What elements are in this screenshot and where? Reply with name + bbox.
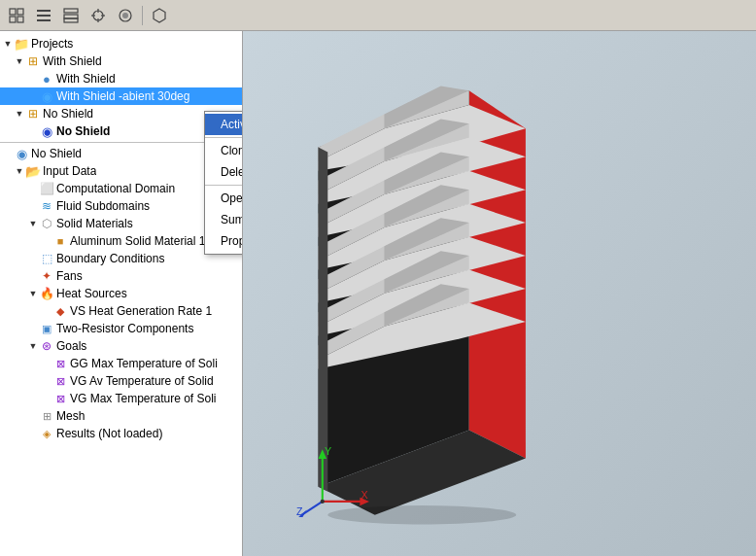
right-panel: Y X Z xyxy=(243,31,756,556)
label-with-shield-abient: With Shield -abient 30deg xyxy=(56,89,189,103)
label-two-resistor: Two-Resistor Components xyxy=(56,322,193,335)
svg-rect-4 xyxy=(37,10,51,12)
label-vg-max: VG Max Temperature of Soli xyxy=(70,392,217,405)
menu-item-delete[interactable]: Delete... xyxy=(205,161,243,183)
menu-item-activate[interactable]: Activate xyxy=(205,114,243,135)
tree-item-mesh[interactable]: ⊞ Mesh xyxy=(0,407,242,425)
toolbar-btn-grid[interactable] xyxy=(4,3,29,28)
label-no-shield: No Shield xyxy=(43,107,93,121)
expand-comp-domain[interactable] xyxy=(27,183,39,194)
label-goals: Goals xyxy=(56,339,86,353)
menu-item-properties[interactable]: Properties... xyxy=(205,230,243,252)
tree-item-results[interactable]: ◈ Results (Not loaded) xyxy=(0,425,242,442)
expand-fluid-sub[interactable] xyxy=(27,200,39,212)
expand-ns2[interactable] xyxy=(2,148,14,159)
tree-item-with-shield[interactable]: ▼ ⊞ With Shield xyxy=(0,52,242,70)
expand-fans[interactable] xyxy=(27,270,39,282)
icon-with-shield-abient: ◉ xyxy=(39,88,54,104)
toolbar-btn-list[interactable] xyxy=(31,3,56,28)
expand-results[interactable] xyxy=(27,428,39,439)
icon-mesh: ⊞ xyxy=(39,408,54,424)
expand-ns-bold[interactable] xyxy=(27,125,39,137)
expand-solid-mat[interactable]: ▼ xyxy=(27,218,39,229)
icon-input-data: 📂 xyxy=(25,163,41,179)
expand-input-data[interactable]: ▼ xyxy=(14,165,25,177)
expand-vs-heat[interactable] xyxy=(41,305,52,317)
expand-ws-sub[interactable] xyxy=(27,73,39,85)
icon-comp-domain: ⬜ xyxy=(39,181,54,196)
expand-vg-max[interactable] xyxy=(41,393,52,404)
icon-with-shield-sub: ● xyxy=(39,71,54,87)
icon-two-resistor: ▣ xyxy=(39,321,54,336)
viewport: Y X Z xyxy=(243,31,756,556)
menu-item-clone[interactable]: Clone... xyxy=(205,140,243,161)
expand-mesh[interactable] xyxy=(27,410,39,422)
label-comp-domain: Computational Domain xyxy=(56,182,175,195)
expand-vg-av[interactable] xyxy=(41,375,52,387)
tree-item-with-shield-sub[interactable]: ● With Shield xyxy=(0,70,242,87)
expand-boundary[interactable] xyxy=(27,253,39,264)
svg-rect-3 xyxy=(17,17,23,22)
svg-rect-9 xyxy=(64,18,78,22)
expand-goals[interactable]: ▼ xyxy=(27,340,39,352)
label-no-shield-bold: No Shield xyxy=(56,124,110,138)
expand-alum-mat[interactable] xyxy=(41,235,52,247)
label-fluid-sub: Fluid Subdomains xyxy=(56,199,150,213)
toolbar-btn-circle[interactable] xyxy=(113,3,138,28)
expand-no-shield[interactable]: ▼ xyxy=(14,108,25,120)
icon-solid-mat: ⬡ xyxy=(39,216,54,231)
expand-projects[interactable]: ▼ xyxy=(2,38,14,50)
tree-item-goals[interactable]: ▼ ⊛ Goals xyxy=(0,337,242,355)
icon-alum-mat: ■ xyxy=(52,233,68,249)
toolbar-btn-tree[interactable] xyxy=(58,3,84,28)
main-area: ▼ 📁 Projects ▼ ⊞ With Shield ● With Shie… xyxy=(0,31,756,556)
menu-item-open-dir[interactable]: Open Project Directory xyxy=(205,188,243,209)
tree-item-vs-heat[interactable]: ◆ VS Heat Generation Rate 1 xyxy=(0,302,242,320)
toolbar-btn-hex[interactable] xyxy=(147,3,172,28)
menu-item-summary[interactable]: Summary... xyxy=(205,209,243,230)
svg-rect-8 xyxy=(64,15,78,18)
expand-gg-max[interactable] xyxy=(41,358,52,369)
label-gg-max: GG Max Temperature of Soli xyxy=(70,357,218,370)
label-with-shield: With Shield xyxy=(43,54,102,68)
svg-point-53 xyxy=(321,500,325,504)
icon-gg-max: ⊠ xyxy=(52,356,68,371)
svg-rect-1 xyxy=(17,9,23,15)
icon-fans: ✦ xyxy=(39,268,54,284)
label-mesh: Mesh xyxy=(56,409,85,423)
expand-heat-sources[interactable]: ▼ xyxy=(27,288,39,299)
expand-with-shield[interactable]: ▼ xyxy=(14,55,25,67)
expand-ws-abient[interactable] xyxy=(27,90,39,102)
icon-no-shield-bold: ◉ xyxy=(39,123,54,139)
tree-item-two-resistor[interactable]: ▣ Two-Resistor Components xyxy=(0,320,242,337)
svg-rect-6 xyxy=(37,19,51,21)
context-menu: Activate Clone... Delete... Open Project… xyxy=(204,111,243,255)
tree-item-vg-max[interactable]: ⊠ VG Max Temperature of Soli xyxy=(0,390,242,407)
tree-item-projects[interactable]: ▼ 📁 Projects xyxy=(0,35,242,52)
tree-item-with-shield-abient[interactable]: ◉ With Shield -abient 30deg xyxy=(0,87,242,105)
svg-rect-5 xyxy=(37,15,51,17)
icon-results: ◈ xyxy=(39,426,54,441)
tree-item-fans[interactable]: ✦ Fans xyxy=(0,267,242,285)
toolbar-btn-crosshair[interactable] xyxy=(86,3,111,28)
label-fans: Fans xyxy=(56,269,83,283)
toolbar-separator xyxy=(142,6,143,25)
expand-two-resistor[interactable] xyxy=(27,323,39,334)
label-no-shield-2: No Shield xyxy=(31,147,82,160)
svg-text:X: X xyxy=(361,489,367,501)
svg-point-16 xyxy=(122,13,128,18)
coordinate-axes: Y X Z xyxy=(296,444,369,517)
toolbar xyxy=(0,0,756,31)
svg-text:Y: Y xyxy=(325,445,331,457)
tree-item-vg-av[interactable]: ⊠ VG Av Temperature of Solid xyxy=(0,372,242,390)
svg-rect-2 xyxy=(10,17,16,22)
icon-no-shield-2: ◉ xyxy=(14,146,29,161)
label-heat-sources: Heat Sources xyxy=(56,287,127,300)
tree-item-gg-max[interactable]: ⊠ GG Max Temperature of Soli xyxy=(0,355,242,372)
icon-vg-max: ⊠ xyxy=(52,391,68,406)
tree-item-heat-sources[interactable]: ▼ 🔥 Heat Sources xyxy=(0,285,242,302)
label-boundary: Boundary Conditions xyxy=(56,252,164,265)
icon-boundary: ⬚ xyxy=(39,251,54,266)
svg-marker-17 xyxy=(154,9,165,22)
icon-vs-heat: ◆ xyxy=(52,303,68,319)
